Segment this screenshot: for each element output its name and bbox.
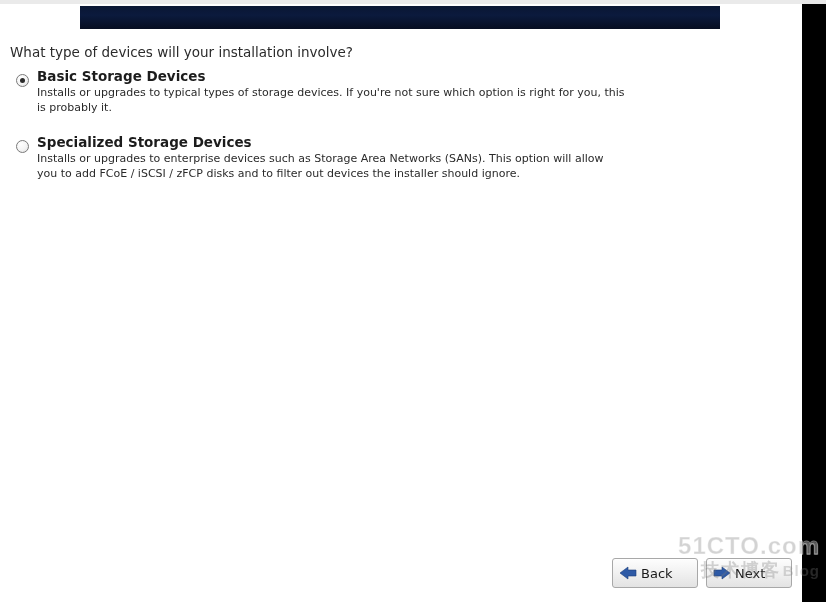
installer-screen: What type of devices will your installat… xyxy=(0,0,826,602)
option-description: Installs or upgrades to enterprise devic… xyxy=(37,152,627,182)
option-body: Specialized Storage Devices Installs or … xyxy=(37,134,627,182)
main-panel: What type of devices will your installat… xyxy=(0,0,802,602)
option-title: Basic Storage Devices xyxy=(37,68,627,84)
back-button-label: Back xyxy=(641,566,673,581)
radio-specialized-storage[interactable] xyxy=(16,140,29,153)
button-bar: Back Next xyxy=(0,553,802,602)
option-basic-storage[interactable]: Basic Storage Devices Installs or upgrad… xyxy=(16,68,656,116)
arrow-right-icon xyxy=(713,566,731,580)
radio-basic-storage[interactable] xyxy=(16,74,29,87)
svg-marker-1 xyxy=(714,567,730,579)
next-button-label: Next xyxy=(735,566,765,581)
option-description: Installs or upgrades to typical types of… xyxy=(37,86,627,116)
option-title: Specialized Storage Devices xyxy=(37,134,627,150)
top-divider xyxy=(0,0,802,4)
storage-options: Basic Storage Devices Installs or upgrad… xyxy=(16,68,656,199)
right-gutter xyxy=(802,0,826,602)
next-button[interactable]: Next xyxy=(706,558,792,588)
question-text: What type of devices will your installat… xyxy=(10,44,353,60)
option-body: Basic Storage Devices Installs or upgrad… xyxy=(37,68,627,116)
option-specialized-storage[interactable]: Specialized Storage Devices Installs or … xyxy=(16,134,656,182)
arrow-left-icon xyxy=(619,566,637,580)
svg-marker-0 xyxy=(620,567,636,579)
gutter-light-strip xyxy=(802,0,826,4)
header-banner xyxy=(80,6,720,29)
back-button[interactable]: Back xyxy=(612,558,698,588)
